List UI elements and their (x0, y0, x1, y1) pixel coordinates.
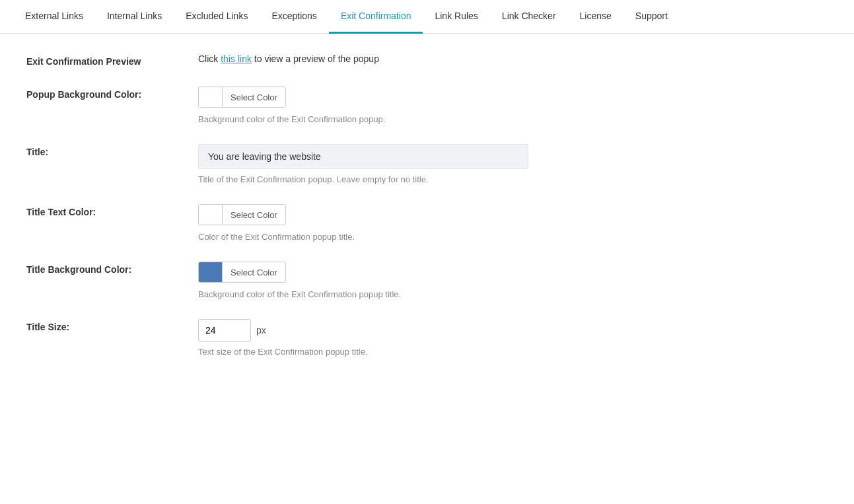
title-bg-color-btn-label: Select Color (223, 265, 285, 280)
title-bg-color-label: Title Background Color: (26, 262, 185, 275)
preview-control: Click this link to view a preview of the… (198, 54, 766, 64)
popup-bg-color-button[interactable]: Select Color (198, 87, 286, 108)
title-text-color-button[interactable]: Select Color (198, 204, 286, 225)
preview-row: Exit Confirmation Preview Click this lin… (26, 54, 766, 67)
title-size-input[interactable] (198, 319, 251, 342)
title-size-description: Text size of the Exit Confirmation popup… (198, 347, 766, 357)
title-size-input-row: px (198, 319, 766, 342)
tab-external-links[interactable]: External Links (13, 0, 95, 34)
title-control: Title of the Exit Confirmation popup. Le… (198, 144, 766, 184)
title-bg-color-row: Title Background Color: Select Color Bac… (26, 262, 766, 299)
title-text-color-swatch (199, 205, 223, 225)
nav-tabs: External Links Internal Links Excluded L… (0, 0, 854, 34)
title-size-control: px Text size of the Exit Confirmation po… (198, 319, 766, 357)
preview-link[interactable]: this link (221, 54, 252, 64)
title-bg-color-swatch (199, 262, 223, 282)
tab-support[interactable]: Support (623, 0, 680, 34)
popup-bg-color-control: Select Color Background color of the Exi… (198, 87, 766, 124)
title-input[interactable] (198, 144, 528, 169)
tab-link-checker[interactable]: Link Checker (490, 0, 568, 34)
title-size-row: Title Size: px Text size of the Exit Con… (26, 319, 766, 357)
title-text-color-label: Title Text Color: (26, 204, 185, 217)
tab-internal-links[interactable]: Internal Links (95, 0, 174, 34)
popup-bg-color-btn-label: Select Color (223, 90, 285, 105)
title-bg-color-control: Select Color Background color of the Exi… (198, 262, 766, 299)
title-bg-color-description: Background color of the Exit Confirmatio… (198, 289, 766, 299)
title-bg-color-button[interactable]: Select Color (198, 262, 286, 283)
tab-excluded-links[interactable]: Excluded Links (174, 0, 260, 34)
tab-exit-confirmation[interactable]: Exit Confirmation (329, 0, 423, 34)
title-size-label: Title Size: (26, 319, 185, 332)
title-text-color-control: Select Color Color of the Exit Confirmat… (198, 204, 766, 242)
tab-exceptions[interactable]: Exceptions (260, 0, 328, 34)
preview-label: Exit Confirmation Preview (26, 54, 185, 67)
popup-bg-color-description: Background color of the Exit Confirmatio… (198, 114, 766, 124)
tab-link-rules[interactable]: Link Rules (423, 0, 489, 34)
title-text-color-btn-label: Select Color (223, 207, 285, 223)
popup-bg-color-swatch (199, 87, 223, 107)
popup-bg-color-row: Popup Background Color: Select Color Bac… (26, 87, 766, 124)
title-label: Title: (26, 144, 185, 157)
title-text-color-description: Color of the Exit Confirmation popup tit… (198, 232, 766, 242)
title-size-unit: px (256, 325, 266, 336)
preview-text-before: Click (198, 54, 221, 64)
title-description: Title of the Exit Confirmation popup. Le… (198, 174, 766, 184)
main-content: Exit Confirmation Preview Click this lin… (0, 34, 793, 396)
popup-bg-color-label: Popup Background Color: (26, 87, 185, 100)
title-text-color-row: Title Text Color: Select Color Color of … (26, 204, 766, 242)
tab-license[interactable]: License (568, 0, 623, 34)
title-row: Title: Title of the Exit Confirmation po… (26, 144, 766, 184)
preview-text-after: to view a preview of the popup (252, 54, 379, 64)
